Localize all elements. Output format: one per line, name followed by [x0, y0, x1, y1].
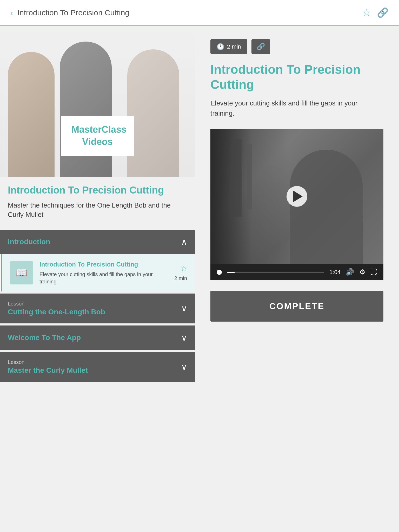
course-title-section: Introduction To Precision Cutting Master… — [0, 177, 195, 224]
lesson-label-2: Lesson — [8, 359, 88, 365]
video-player[interactable]: 1:04 🔊 ⚙ ⛶ — [210, 129, 383, 280]
accordion-title-welcome: Welcome To The App — [8, 334, 81, 342]
accordion-section-welcome: Welcome To The App ∨ — [0, 325, 195, 350]
app-header: ‹ Introduction To Precision Cutting ☆ 🔗 — [0, 0, 399, 26]
chevron-down-icon-2: ∨ — [181, 333, 187, 343]
left-panel: MasterClass Videos Introduction To Preci… — [0, 26, 195, 532]
star-icon[interactable]: ☆ — [181, 264, 187, 273]
play-button[interactable] — [287, 186, 307, 207]
chevron-down-icon-1: ∨ — [181, 303, 187, 313]
complete-section: COMPLETE — [210, 291, 383, 322]
back-button[interactable]: ‹ — [10, 8, 13, 18]
complete-button[interactable]: COMPLETE — [210, 291, 383, 322]
lesson-item-meta: ☆ 2 min — [174, 264, 187, 281]
accordion-title-curly-mullet: Master the Curly Mullet — [8, 366, 88, 375]
progress-bar[interactable] — [227, 272, 324, 273]
accordion-header-cutting-bob[interactable]: Lesson Cutting the One-Length Bob ∨ — [0, 294, 195, 323]
link-badge[interactable]: 🔗 — [251, 39, 270, 54]
link-badge-icon: 🔗 — [257, 43, 265, 51]
volume-icon[interactable]: 🔊 — [346, 268, 354, 276]
header-left: ‹ Introduction To Precision Cutting — [10, 8, 129, 18]
accordion-header-left: Introduction — [8, 238, 50, 246]
lesson-info: Introduction To Precision Cutting Elevat… — [39, 260, 168, 285]
clock-icon: 🕐 — [217, 43, 224, 50]
accordion-title-introduction: Introduction — [8, 238, 50, 246]
video-subject-silhouette — [290, 150, 363, 264]
course-subtitle: Master the techniques for the One Length… — [8, 201, 187, 220]
course-accordion: Introduction ∧ 📖 Introduction To Precisi… — [0, 230, 195, 382]
progress-indicator[interactable] — [217, 270, 222, 275]
header-title: Introduction To Precision Cutting — [17, 8, 129, 17]
link-icon[interactable]: 🔗 — [377, 7, 389, 18]
play-icon — [293, 191, 303, 202]
accordion-header-curly-mullet[interactable]: Lesson Master the Curly Mullet ∨ — [0, 352, 195, 382]
accordion-title-cutting-bob: Cutting the One-Length Bob — [8, 308, 105, 316]
sign-text-line1: MasterClass — [71, 124, 123, 136]
course-main-title: Introduction To Precision Cutting — [8, 184, 187, 196]
masterclass-sign: MasterClass Videos — [61, 116, 134, 156]
accordion-header-left-4: Lesson Master the Curly Mullet — [8, 359, 88, 375]
fullscreen-icon[interactable]: ⛶ — [370, 268, 377, 276]
lesson-duration: 2 min — [174, 275, 187, 281]
accordion-section-curly-mullet: Lesson Master the Curly Mullet ∨ — [0, 352, 195, 382]
lesson-item-title: Introduction To Precision Cutting — [39, 260, 168, 268]
lesson-item-desc: Elevate your cutting skills and fill the… — [39, 271, 168, 285]
chevron-up-icon: ∧ — [181, 237, 187, 247]
lesson-thumbnail: 📖 — [10, 261, 33, 284]
content-desc: Elevate your cutting skills and fill the… — [210, 98, 383, 118]
book-icon: 📖 — [16, 267, 28, 278]
duration-badge: 🕐 2 min — [210, 39, 247, 54]
settings-icon[interactable]: ⚙ — [359, 268, 365, 276]
video-controls: 1:04 🔊 ⚙ ⛶ — [210, 264, 383, 280]
lesson-label-1: Lesson — [8, 301, 105, 307]
accordion-header-welcome[interactable]: Welcome To The App ∨ — [0, 325, 195, 350]
meta-badges: 🕐 2 min 🔗 — [210, 39, 383, 54]
video-time: 1:04 — [329, 269, 341, 276]
chevron-down-icon-3: ∨ — [181, 362, 187, 372]
accordion-header-introduction[interactable]: Introduction ∧ — [0, 230, 195, 254]
list-item[interactable]: 📖 Introduction To Precision Cutting Elev… — [1, 254, 195, 291]
duration-text: 2 min — [227, 43, 241, 50]
course-image: MasterClass Videos — [0, 26, 195, 177]
accordion-section-cutting-bob: Lesson Cutting the One-Length Bob ∨ — [0, 294, 195, 323]
accordion-header-left-3: Welcome To The App — [8, 334, 81, 342]
sign-text-line2: Videos — [71, 136, 123, 148]
video-thumbnail — [210, 129, 383, 264]
bookmark-icon[interactable]: ☆ — [362, 7, 371, 18]
header-icons: ☆ 🔗 — [362, 7, 389, 18]
accordion-section-introduction: Introduction ∧ 📖 Introduction To Precisi… — [0, 230, 195, 291]
accordion-header-left-2: Lesson Cutting the One-Length Bob — [8, 301, 105, 316]
main-layout: MasterClass Videos Introduction To Preci… — [0, 26, 399, 532]
progress-bar-fill — [227, 272, 235, 273]
accordion-content-introduction: 📖 Introduction To Precision Cutting Elev… — [0, 254, 195, 291]
content-title: Introduction To Precision Cutting — [210, 62, 383, 92]
right-panel: 🕐 2 min 🔗 Introduction To Precision Cutt… — [195, 26, 399, 532]
course-image-inner: MasterClass Videos — [0, 26, 195, 177]
